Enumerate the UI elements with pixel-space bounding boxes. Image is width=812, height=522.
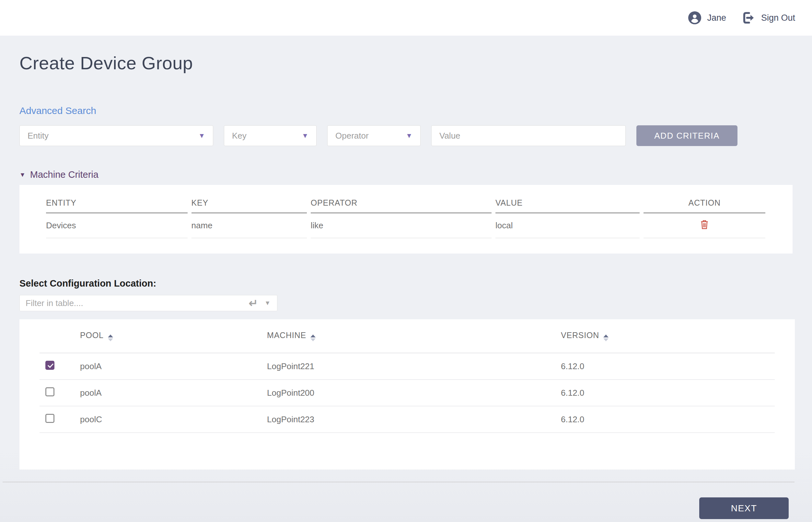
key-select[interactable]: Key ▼ [224, 125, 316, 146]
machine-criteria-label: Machine Criteria [30, 169, 98, 180]
chevron-down-icon: ▼ [198, 132, 205, 140]
chevron-down-icon: ▼ [406, 132, 412, 140]
create-device-group-page: Jane Sign Out Create Device Group Advanc… [0, 0, 812, 522]
sort-icon [108, 335, 113, 341]
add-criteria-button[interactable]: ADD CRITERIA [636, 125, 737, 146]
column-header-entity: ENTITY [46, 193, 188, 214]
version-cell: 6.12.0 [555, 353, 775, 380]
version-cell: 6.12.0 [555, 406, 775, 433]
collapse-caret-icon: ▼ [19, 172, 25, 178]
machine-cell: LogPoint223 [262, 406, 555, 433]
key-select-value: Key [232, 131, 247, 141]
machine-table-header-row: POOL MACHINE VERSION [40, 319, 775, 353]
filter-input[interactable] [20, 295, 249, 311]
operator-select-value: Operator [335, 131, 369, 141]
column-header-value: VALUE [496, 193, 640, 214]
main-content: Create Device Group Advanced Search Enti… [0, 53, 812, 469]
machine-row-select-cell [40, 406, 75, 433]
pool-cell: poolC [75, 406, 262, 433]
value-input[interactable] [431, 125, 626, 146]
version-cell: 6.12.0 [555, 380, 775, 406]
enter-icon[interactable]: ↵ [249, 298, 258, 308]
criteria-action-cell [643, 214, 765, 238]
sort-icon [310, 335, 315, 341]
sign-out-label: Sign Out [761, 13, 795, 23]
row-checkbox[interactable] [45, 387, 54, 396]
column-header-machine[interactable]: MACHINE [262, 319, 555, 353]
filter-box: ↵ ▼ [19, 295, 277, 311]
delete-criteria-button[interactable] [700, 220, 709, 232]
pool-cell: poolA [75, 380, 262, 406]
machine-cell: LogPoint200 [262, 380, 555, 406]
chevron-down-icon: ▼ [302, 132, 308, 140]
machine-table: POOL MACHINE VERSION [40, 319, 775, 433]
criteria-value-cell: local [496, 214, 640, 238]
version-header-label: VERSION [561, 330, 599, 340]
row-checkbox[interactable] [45, 414, 54, 423]
criteria-header-row: ENTITY KEY OPERATOR VALUE ACTION [46, 193, 765, 214]
row-checkbox[interactable] [45, 361, 54, 370]
criteria-operator-cell: like [311, 214, 491, 238]
column-header-operator: OPERATOR [311, 193, 491, 214]
criteria-entity-cell: Devices [46, 214, 188, 238]
machine-table-card: POOL MACHINE VERSION [19, 319, 795, 469]
machine-cell: LogPoint221 [262, 353, 555, 380]
machine-row-select-cell [40, 380, 75, 406]
config-location-label: Select Configuration Location: [19, 278, 793, 289]
criteria-row: Devices name like local [46, 214, 765, 238]
column-header-key: KEY [192, 193, 307, 214]
page-title: Create Device Group [19, 53, 793, 74]
column-header-action: ACTION [643, 193, 765, 214]
column-header-pool[interactable]: POOL [75, 319, 262, 353]
filter-dropdown-icon[interactable]: ▼ [265, 300, 271, 307]
sign-out-icon [742, 11, 755, 25]
machine-header-label: MACHINE [267, 330, 306, 340]
pool-cell: poolA [75, 353, 262, 380]
column-header-version[interactable]: VERSION [555, 319, 775, 353]
machine-row: poolC LogPoint223 6.12.0 [40, 406, 775, 433]
user-menu[interactable]: Jane [688, 11, 726, 24]
next-button[interactable]: NEXT [699, 497, 789, 519]
footer: NEXT [0, 497, 812, 519]
sort-icon [603, 335, 608, 341]
select-column-header [40, 319, 75, 353]
machine-row: poolA LogPoint200 6.12.0 [40, 380, 775, 406]
advanced-search-link[interactable]: Advanced Search [19, 105, 96, 116]
machine-criteria-toggle[interactable]: ▼ Machine Criteria [19, 169, 98, 180]
machine-row-select-cell [40, 353, 75, 380]
entity-select-value: Entity [27, 131, 49, 141]
machine-criteria-card: ENTITY KEY OPERATOR VALUE ACTION Devices… [19, 185, 793, 254]
top-bar: Jane Sign Out [0, 0, 812, 36]
criteria-key-cell: name [192, 214, 307, 238]
sign-out-button[interactable]: Sign Out [742, 11, 795, 25]
operator-select[interactable]: Operator ▼ [327, 125, 421, 146]
entity-select[interactable]: Entity ▼ [19, 125, 213, 146]
pool-header-label: POOL [80, 330, 104, 340]
machine-criteria-table: ENTITY KEY OPERATOR VALUE ACTION Devices… [42, 193, 769, 238]
user-name: Jane [707, 13, 726, 23]
machine-row: poolA LogPoint221 6.12.0 [40, 353, 775, 380]
footer-divider [3, 482, 794, 482]
criteria-controls: Entity ▼ Key ▼ Operator ▼ ADD CRITERIA [19, 125, 793, 146]
user-avatar-icon [688, 11, 701, 24]
